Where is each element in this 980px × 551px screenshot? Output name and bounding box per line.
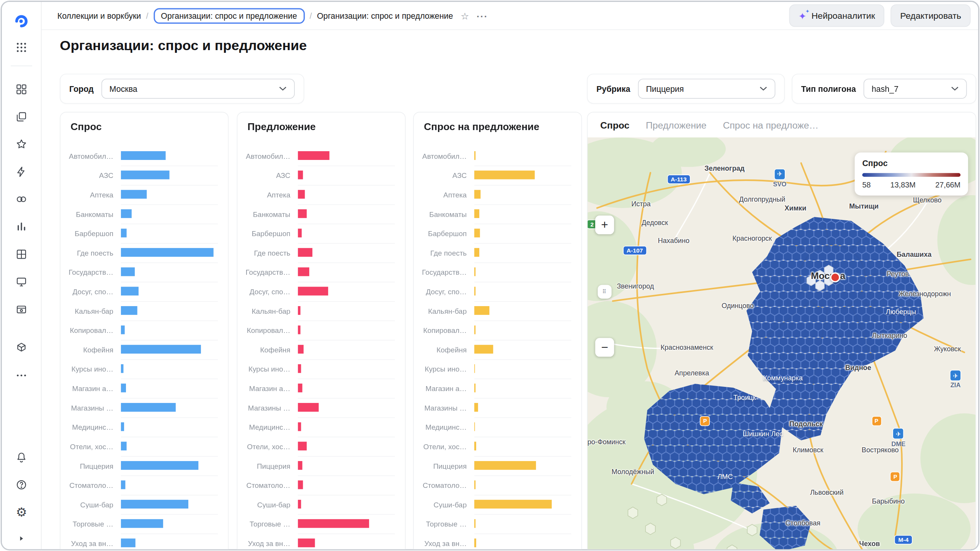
bar[interactable] [298, 442, 307, 450]
bar[interactable] [474, 422, 475, 431]
bar[interactable] [298, 500, 301, 509]
bar[interactable] [121, 326, 125, 334]
bar[interactable] [474, 306, 490, 315]
bar[interactable] [121, 306, 137, 315]
bar[interactable] [121, 538, 136, 547]
bar[interactable] [121, 442, 127, 450]
blocks-icon[interactable] [10, 336, 34, 360]
bar[interactable] [298, 171, 303, 179]
bar[interactable] [474, 383, 475, 392]
datalens-logo[interactable] [10, 9, 34, 33]
bar[interactable] [474, 326, 475, 334]
bar[interactable] [121, 209, 132, 218]
edit-button[interactable]: Редактировать [891, 4, 970, 27]
map-canvas[interactable]: ЛобняЗеленоградИстраДолгопрудныйХимкиМыт… [588, 137, 976, 550]
bar[interactable] [121, 190, 147, 199]
bar[interactable] [121, 287, 139, 295]
bar[interactable] [121, 151, 166, 160]
bar[interactable] [298, 461, 302, 470]
bar[interactable] [474, 190, 481, 199]
bar[interactable] [298, 481, 303, 489]
bar[interactable] [474, 209, 479, 218]
bar[interactable] [474, 442, 476, 450]
bar[interactable] [474, 229, 480, 238]
bar[interactable] [298, 287, 328, 295]
bar[interactable] [298, 248, 312, 257]
bar[interactable] [298, 519, 369, 528]
bar[interactable] [474, 287, 475, 295]
bar[interactable] [298, 190, 305, 199]
bar[interactable] [298, 326, 301, 334]
bar[interactable] [121, 383, 126, 392]
chart-row: Где поесть [414, 243, 581, 262]
rubric-select[interactable]: Пиццерия [638, 79, 775, 99]
bar[interactable] [121, 171, 170, 179]
bar[interactable] [121, 248, 214, 257]
bar[interactable] [474, 345, 493, 354]
bar[interactable] [474, 519, 475, 528]
settings-gear-icon[interactable]: ⚙ [10, 500, 34, 524]
breadcrumb-item[interactable]: Организации: спрос и предложение [317, 11, 453, 20]
workbooks-icon[interactable] [10, 105, 34, 129]
bar[interactable] [474, 248, 479, 257]
city-filter-label: Город [69, 84, 94, 93]
dashboards-icon[interactable] [10, 242, 34, 266]
bar[interactable] [474, 481, 475, 489]
connections-bolt-icon[interactable] [10, 160, 34, 184]
bar[interactable] [474, 151, 475, 160]
datasets-icon[interactable] [10, 187, 34, 211]
reports-icon[interactable] [10, 297, 34, 321]
neuroanalyst-button[interactable]: ✦✦ Нейроаналитик [789, 4, 884, 27]
bar[interactable] [121, 229, 127, 238]
apps-grid-icon[interactable] [10, 36, 34, 59]
bar[interactable] [121, 481, 126, 489]
bell-icon[interactable] [10, 445, 34, 469]
bar[interactable] [474, 500, 552, 509]
bar[interactable] [121, 519, 163, 528]
bar[interactable] [121, 422, 124, 431]
bar[interactable] [474, 403, 478, 412]
bar[interactable] [298, 422, 301, 431]
bar[interactable] [298, 383, 302, 392]
bar[interactable] [298, 538, 315, 547]
help-icon[interactable] [10, 473, 34, 497]
breadcrumb-item-selected[interactable]: Организации: спрос и предложение [154, 8, 305, 23]
bar[interactable] [298, 306, 301, 315]
bar[interactable] [298, 229, 302, 238]
bar[interactable] [474, 461, 536, 470]
bar[interactable] [298, 403, 319, 412]
map-tab[interactable]: Спрос на предложе… [723, 120, 818, 130]
more-dots-icon[interactable]: ··· [477, 11, 488, 20]
bar[interactable] [298, 364, 301, 373]
polygon-select[interactable]: hash_7 [864, 79, 967, 99]
bar[interactable] [298, 345, 304, 354]
collections-icon[interactable] [10, 77, 34, 101]
breadcrumb-item[interactable]: Коллекции и воркбуки [57, 11, 141, 20]
bar[interactable] [121, 500, 189, 509]
more-icon[interactable] [10, 364, 34, 387]
bar[interactable] [474, 364, 475, 373]
bar[interactable] [121, 403, 176, 412]
editor-icon[interactable] [10, 270, 34, 293]
bar[interactable] [121, 345, 201, 354]
bar[interactable] [121, 267, 135, 276]
star-icon[interactable]: ☆ [461, 11, 469, 20]
bar[interactable] [474, 267, 475, 276]
zoom-out-button[interactable]: − [595, 338, 614, 357]
zoom-in-button[interactable]: + [595, 215, 614, 234]
map-tab[interactable]: Спрос [600, 120, 629, 130]
bar[interactable] [298, 267, 309, 276]
favorites-star-icon[interactable] [10, 132, 34, 156]
bar[interactable] [474, 171, 535, 179]
bar[interactable] [474, 538, 476, 547]
bar[interactable] [298, 209, 307, 218]
bar[interactable] [121, 364, 124, 373]
bar[interactable] [298, 151, 329, 160]
ruler-icon[interactable]: ⠿ [598, 285, 611, 299]
collapse-icon[interactable] [10, 531, 34, 545]
charts-icon[interactable] [10, 215, 34, 239]
chart-rows: Автомобил…АЗСАптекаБанкоматыБарбершопГде… [237, 146, 405, 550]
map-tab[interactable]: Предложение [646, 120, 707, 130]
city-select[interactable]: Москва [101, 79, 295, 99]
bar[interactable] [121, 461, 198, 470]
